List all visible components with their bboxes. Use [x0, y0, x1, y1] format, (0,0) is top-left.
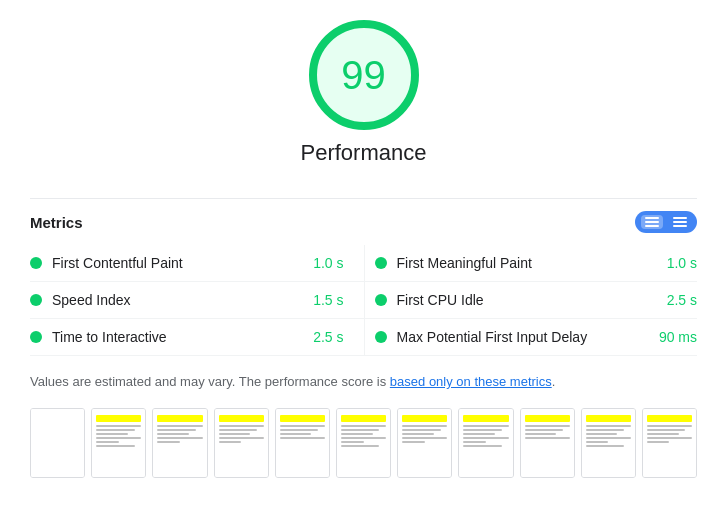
gray-line	[647, 425, 692, 427]
score-value: 99	[341, 55, 386, 95]
score-section: 99 Performance	[30, 20, 697, 182]
gray-line	[402, 425, 447, 427]
score-circle: 99	[309, 20, 419, 130]
filmstrip-frame-3	[152, 408, 207, 478]
gray-line	[219, 433, 251, 435]
metric-value-fcp: 1.0 s	[313, 255, 343, 271]
footnote-text-after: .	[552, 374, 556, 389]
gray-line	[463, 445, 501, 447]
metric-row-fcp: First Contentful Paint 1.0 s	[30, 245, 364, 282]
gray-line	[341, 437, 386, 439]
metric-value-fid: 90 ms	[659, 329, 697, 345]
gray-line	[96, 441, 119, 443]
filmstrip-frame-9	[520, 408, 575, 478]
gray-line	[586, 441, 609, 443]
frame-content-8	[459, 409, 512, 477]
gray-line	[586, 429, 624, 431]
metric-name-si: Speed Index	[52, 292, 305, 308]
yellow-bar	[280, 415, 325, 422]
gray-line	[341, 441, 364, 443]
gray-line	[647, 433, 679, 435]
frame-content-7	[398, 409, 451, 477]
frame-content-3	[153, 409, 206, 477]
gray-line	[463, 429, 501, 431]
filmstrip-frame-8	[458, 408, 513, 478]
gray-line	[280, 429, 318, 431]
yellow-bar	[157, 415, 202, 422]
filmstrip-frame-2	[91, 408, 146, 478]
frame-content-5	[276, 409, 329, 477]
frame-content-11	[643, 409, 696, 477]
metric-row-fci: First CPU Idle 2.5 s	[364, 282, 698, 319]
footnote: Values are estimated and may vary. The p…	[30, 372, 697, 392]
yellow-bar	[586, 415, 631, 422]
filmstrip-frame-10	[581, 408, 636, 478]
gray-line	[219, 437, 264, 439]
frame-lines-2	[96, 415, 141, 449]
metric-row-tti: Time to Interactive 2.5 s	[30, 319, 364, 356]
yellow-bar	[219, 415, 264, 422]
filmstrip-frame-1	[30, 408, 85, 478]
frame-lines-8	[463, 415, 508, 449]
metric-dot-fci	[375, 294, 387, 306]
gray-line	[586, 433, 618, 435]
metric-name-tti: Time to Interactive	[52, 329, 305, 345]
gray-line	[341, 433, 373, 435]
metrics-title: Metrics	[30, 214, 83, 231]
gray-line	[280, 425, 325, 427]
frame-content-2	[92, 409, 145, 477]
gray-line	[219, 429, 257, 431]
gray-line	[463, 425, 508, 427]
filmstrip-frame-7	[397, 408, 452, 478]
filmstrip-frame-5	[275, 408, 330, 478]
gray-line	[219, 425, 264, 427]
filmstrip-frame-11	[642, 408, 697, 478]
metric-value-si: 1.5 s	[313, 292, 343, 308]
gray-line	[96, 425, 141, 427]
gray-line	[525, 425, 570, 427]
gray-line	[341, 445, 379, 447]
gray-line	[647, 437, 692, 439]
metric-row-fid: Max Potential First Input Delay 90 ms	[364, 319, 698, 356]
gray-line	[525, 437, 570, 439]
yellow-bar	[525, 415, 570, 422]
gray-line	[341, 429, 379, 431]
metric-name-fmp: First Meaningful Paint	[397, 255, 659, 271]
gray-line	[219, 441, 242, 443]
frame-lines-10	[586, 415, 631, 449]
gray-line	[157, 429, 195, 431]
frame-content-9	[521, 409, 574, 477]
metric-value-tti: 2.5 s	[313, 329, 343, 345]
gray-line	[96, 437, 141, 439]
gray-line	[96, 433, 128, 435]
metric-dot-fmp	[375, 257, 387, 269]
gray-line	[341, 425, 386, 427]
gray-line	[280, 437, 325, 439]
gray-line	[463, 433, 495, 435]
yellow-bar	[341, 415, 386, 422]
frame-content-10	[582, 409, 635, 477]
gray-line	[586, 425, 631, 427]
metric-value-fci: 2.5 s	[667, 292, 697, 308]
metric-name-fcp: First Contentful Paint	[52, 255, 305, 271]
list-view-button[interactable]	[641, 215, 663, 229]
footnote-link[interactable]: based only on these metrics	[390, 374, 552, 389]
gray-line	[402, 441, 425, 443]
frame-lines-6	[341, 415, 386, 449]
yellow-bar	[96, 415, 141, 422]
grid-view-button[interactable]	[669, 215, 691, 229]
frame-lines-5	[280, 415, 325, 441]
gray-line	[647, 441, 670, 443]
frame-content-6	[337, 409, 390, 477]
metric-dot-si	[30, 294, 42, 306]
gray-line	[157, 433, 189, 435]
gray-line	[525, 433, 557, 435]
yellow-bar	[647, 415, 692, 422]
grid-icon	[673, 217, 687, 227]
filmstrip-frame-6	[336, 408, 391, 478]
filmstrip	[30, 408, 697, 478]
gray-line	[96, 429, 134, 431]
gray-line	[647, 429, 685, 431]
metric-dot-tti	[30, 331, 42, 343]
metric-dot-fcp	[30, 257, 42, 269]
